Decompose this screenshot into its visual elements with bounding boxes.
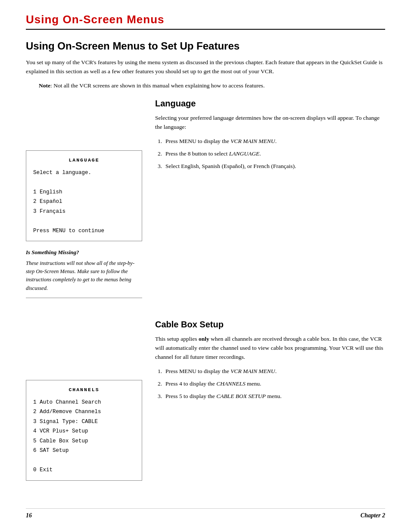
note-block: Note: Not all the VCR screens are shown … [39, 81, 385, 90]
channels-line-2: 2 Add/Remove Channels [33, 407, 135, 417]
language-menu-line-0: Select a language. [33, 168, 135, 178]
step-text-3: Select English, Spanish (Español), or Fr… [165, 162, 296, 171]
language-menu-line-2: 1 English [33, 187, 135, 197]
cable-left-col: CHANNELS 1 Auto Channel Search 2 Add/Rem… [26, 320, 142, 488]
cable-step-3: 3. Press 5 to display the CABLE BOX SETU… [155, 392, 385, 401]
language-step-1: 1. Press MENU to display the VCR MAIN ME… [155, 137, 385, 146]
language-section-title: Language [155, 99, 385, 109]
language-right-col: Language Selecting your preferred langua… [155, 99, 385, 298]
cable-step-italic-3: CABLE BOX SETUP [216, 393, 266, 399]
cable-step-num-2: 2. [155, 380, 162, 389]
footer-chapter: Chapter 2 [361, 512, 385, 519]
cable-step-text-1: Press MENU to display the VCR MAIN MENU. [165, 367, 277, 376]
cable-description: This setup applies only when all channel… [155, 335, 385, 362]
cable-step-1: 1. Press MENU to display the VCR MAIN ME… [155, 367, 385, 376]
intro-paragraph: You set up many of the VCR's features by… [26, 58, 385, 76]
channels-line-1: 1 Auto Channel Search [33, 398, 135, 408]
step-italic-1: VCR MAIN MENU [230, 138, 275, 144]
language-menu-line-3: 2 Español [33, 197, 135, 207]
cable-step-italic-1: VCR MAIN MENU [230, 368, 275, 374]
language-description: Selecting your preferred language determ… [155, 114, 385, 132]
channels-menu-title: CHANNELS [33, 386, 135, 394]
note-label: Note [39, 82, 50, 89]
channels-line-7: 0 Exit [33, 465, 135, 475]
main-section-title: Using On-Screen Menus to Set Up Features [26, 40, 385, 52]
cable-desc-start: This setup applies [155, 336, 199, 342]
side-note-block: Is Something Missing? These instructions… [26, 248, 142, 298]
language-menu-box: LANGUAGE Select a language. 1 English 2 … [26, 150, 142, 241]
language-step-3: 3. Select English, Spanish (Español), or… [155, 162, 385, 171]
cable-desc-bold: only [199, 336, 209, 342]
step-num-1: 1. [155, 137, 162, 146]
language-left-col: LANGUAGE Select a language. 1 English 2 … [26, 99, 142, 298]
cable-steps-list: 1. Press MENU to display the VCR MAIN ME… [155, 367, 385, 401]
page-header-title: Using On-Screen Menus [26, 13, 165, 26]
page-header: Using On-Screen Menus [26, 13, 385, 30]
cable-two-col: CHANNELS 1 Auto Channel Search 2 Add/Rem… [26, 320, 385, 488]
language-two-col: LANGUAGE Select a language. 1 English 2 … [26, 99, 385, 298]
side-note-text: These instructions will not show all of … [26, 259, 142, 293]
channels-line-3: 3 Signal Type: CABLE [33, 417, 135, 427]
channels-menu-content: 1 Auto Channel Search 2 Add/Remove Chann… [33, 398, 135, 475]
cable-section-title: Cable Box Setup [155, 320, 385, 330]
language-menu-line-6: Press MENU to continue [33, 226, 135, 236]
note-text: : Not all the VCR screens are shown in t… [50, 82, 265, 89]
channels-line-5: 5 Cable Box Setup [33, 436, 135, 446]
cable-step-num-1: 1. [155, 367, 162, 376]
language-menu-content: Select a language. 1 English 2 Español 3… [33, 168, 135, 236]
cable-step-num-3: 3. [155, 392, 162, 401]
channels-line-4: 4 VCR Plus+ Setup [33, 426, 135, 436]
step-num-3: 3. [155, 162, 162, 171]
step-italic-2: LANGUAGE [229, 150, 260, 157]
cable-step-2: 2. Press 4 to display the CHANNELS menu. [155, 380, 385, 389]
cable-step-text-2: Press 4 to display the CHANNELS menu. [165, 380, 261, 389]
cable-step-italic-2: CHANNELS [216, 380, 246, 387]
channels-menu-box: CHANNELS 1 Auto Channel Search 2 Add/Rem… [26, 380, 142, 481]
page-container: Using On-Screen Menus Using On-Screen Me… [0, 0, 411, 532]
language-menu-title: LANGUAGE [33, 156, 135, 165]
language-steps-list: 1. Press MENU to display the VCR MAIN ME… [155, 137, 385, 171]
language-step-2: 2. Press the 8 button to select LANGUAGE… [155, 149, 385, 159]
channels-line-6: 6 SAT Setup [33, 446, 135, 456]
step-num-2: 2. [155, 149, 162, 159]
step-text-2: Press the 8 button to select LANGUAGE. [165, 149, 261, 159]
page-footer: 16 Chapter 2 [26, 508, 385, 519]
footer-page-number: 16 [26, 512, 32, 519]
step-text-1: Press MENU to display the VCR MAIN MENU. [165, 137, 277, 146]
cable-step-text-3: Press 5 to display the CABLE BOX SETUP m… [165, 392, 282, 401]
language-menu-line-4: 3 Français [33, 207, 135, 217]
side-note-title: Is Something Missing? [26, 248, 142, 257]
cable-right-col: Cable Box Setup This setup applies only … [155, 320, 385, 488]
